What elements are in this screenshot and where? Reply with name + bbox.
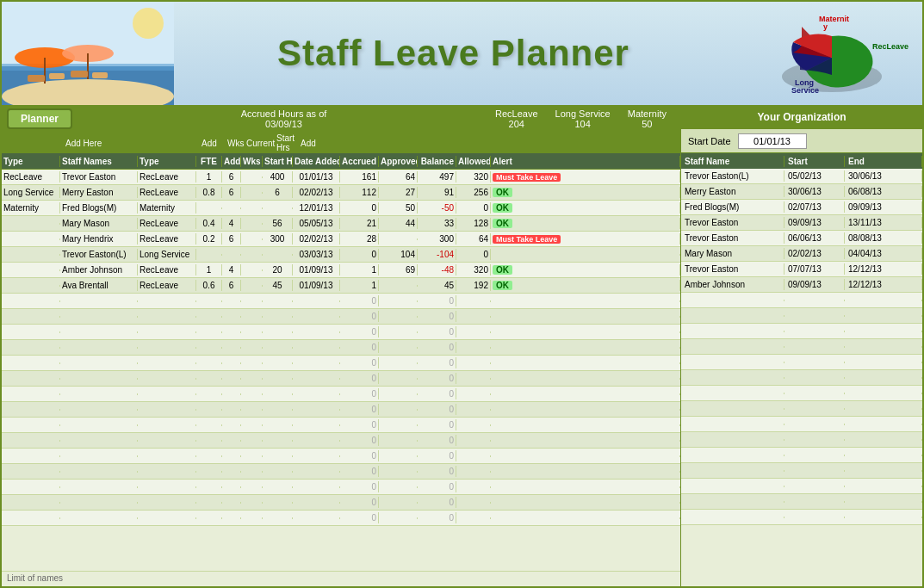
start-date-value[interactable]: 01/01/13 bbox=[738, 133, 807, 149]
table-row-empty: 0 0 bbox=[2, 325, 680, 340]
cell-start bbox=[263, 254, 293, 256]
right-cell-end: 30/06/13 bbox=[845, 170, 922, 182]
cell-accrued: 0 bbox=[340, 202, 379, 214]
right-cell-start: 02/07/13 bbox=[784, 201, 845, 213]
cell-balance: 300 bbox=[418, 233, 456, 244]
cell-start: 300 bbox=[263, 233, 293, 244]
cell-ltype: RecLeave bbox=[138, 233, 196, 244]
right-cell-name: Mary Mason bbox=[681, 248, 784, 259]
right-panel-title: Your Organization bbox=[681, 105, 922, 129]
add-date-label: Add bbox=[301, 139, 348, 148]
cell-name: Mary Hendrix bbox=[60, 233, 138, 244]
right-data: Trevor Easton(L) 05/02/13 30/06/13 Merry… bbox=[681, 169, 922, 586]
col-add1: Add bbox=[222, 156, 241, 167]
cell-fte bbox=[196, 254, 222, 256]
cell-fte: 0.6 bbox=[196, 280, 222, 291]
add-fte-label: Add bbox=[202, 139, 227, 148]
cell-approved: 44 bbox=[379, 218, 418, 229]
cell-type: Maternity bbox=[2, 202, 60, 214]
right-cell-start: 05/02/13 bbox=[784, 170, 845, 182]
cell-approved: 104 bbox=[379, 249, 418, 260]
cell-add1: 6 bbox=[222, 233, 241, 244]
longservice-value: 104 bbox=[574, 119, 590, 129]
col-staff-names: Staff Names bbox=[60, 156, 138, 167]
cell-ltype: RecLeave bbox=[138, 187, 196, 198]
svg-point-12 bbox=[133, 8, 164, 39]
main-content: Planner Accrued Hours as of 03/09/13 Rec… bbox=[2, 105, 922, 586]
cell-balance: -104 bbox=[418, 249, 456, 260]
cell-date: 03/03/13 bbox=[293, 249, 340, 260]
col-alert: Alert bbox=[491, 156, 680, 167]
right-cell-end: 06/08/13 bbox=[845, 186, 922, 197]
cell-type bbox=[2, 285, 60, 287]
right-cell-end: 09/09/13 bbox=[845, 201, 922, 213]
right-row-empty bbox=[681, 370, 922, 386]
col-allowed: Allowed bbox=[456, 156, 491, 167]
cell-approved bbox=[379, 285, 418, 287]
right-cell-name: Amber Johnson bbox=[681, 279, 784, 290]
cell-balance: 33 bbox=[418, 218, 456, 229]
right-row-empty bbox=[681, 339, 922, 355]
table-row-empty: 0 0 bbox=[2, 418, 680, 433]
left-panel: Planner Accrued Hours as of 03/09/13 Rec… bbox=[2, 105, 681, 586]
right-col-start: Start bbox=[784, 156, 845, 167]
toolbar-row: Planner Accrued Hours as of 03/09/13 Rec… bbox=[2, 105, 680, 133]
svg-text:Service: Service bbox=[791, 86, 819, 95]
cell-name: Ava Brentall bbox=[60, 280, 138, 291]
right-cell-start: 06/06/13 bbox=[784, 232, 845, 244]
cell-allowed: 0 bbox=[456, 249, 491, 260]
right-row-empty bbox=[681, 417, 922, 432]
table-row-empty: 0 0 bbox=[2, 495, 680, 511]
right-cell-name: Trevor Easton(L) bbox=[681, 170, 784, 182]
right-cell-end: 12/12/13 bbox=[845, 263, 922, 275]
right-col-end: End bbox=[845, 156, 922, 167]
cell-balance: 91 bbox=[418, 187, 456, 198]
table-row: Mary Mason RecLeave 0.4 4 56 05/05/13 21… bbox=[2, 216, 680, 232]
alert-badge: Must Take Leave bbox=[493, 173, 561, 182]
cell-accrued: 161 bbox=[340, 171, 379, 183]
right-cell-start: 02/02/13 bbox=[784, 248, 845, 259]
header: Staff Leave Planner bbox=[2, 2, 922, 105]
cell-wks bbox=[241, 254, 263, 256]
table-row-empty: 0 0 bbox=[2, 371, 680, 387]
right-row-empty bbox=[681, 494, 922, 510]
cell-ltype: RecLeave bbox=[138, 218, 196, 229]
cell-alert: Must Take Leave bbox=[491, 233, 680, 244]
cell-alert bbox=[491, 254, 680, 256]
cell-accrued: 1 bbox=[340, 264, 379, 275]
right-col-headers: Staff Name Start End bbox=[681, 153, 922, 169]
right-row: Trevor Easton 07/07/13 12/12/13 bbox=[681, 262, 922, 277]
right-row: Trevor Easton 09/09/13 13/11/13 bbox=[681, 215, 922, 231]
cell-add1 bbox=[222, 207, 241, 209]
right-cell-start: 07/07/13 bbox=[784, 263, 845, 275]
table-row: Long Service Merry Easton RecLeave 0.8 6… bbox=[2, 185, 680, 201]
cell-type bbox=[2, 238, 60, 240]
start-date-label: Start Date bbox=[688, 136, 731, 146]
cell-fte: 1 bbox=[196, 264, 222, 275]
cell-add1: 6 bbox=[222, 187, 241, 198]
cell-fte: 0.4 bbox=[196, 218, 222, 229]
right-row: Mary Mason 02/02/13 04/04/13 bbox=[681, 246, 922, 262]
cell-accrued: 1 bbox=[340, 280, 379, 291]
right-cell-name: Fred Blogs(M) bbox=[681, 201, 784, 213]
alert-badge: OK bbox=[493, 219, 512, 228]
footer-note: Limit of names bbox=[2, 571, 680, 586]
table-row: Trevor Easton(L) Long Service 03/03/13 0… bbox=[2, 247, 680, 263]
cell-fte: 1 bbox=[196, 171, 222, 183]
table-row-empty: 0 0 bbox=[2, 387, 680, 402]
right-row-empty bbox=[681, 308, 922, 324]
cell-type bbox=[2, 223, 60, 225]
right-col-staff: Staff Name bbox=[681, 156, 784, 167]
cell-ltype: RecLeave bbox=[138, 171, 196, 183]
table-row-empty: 0 0 bbox=[2, 449, 680, 464]
right-row-empty bbox=[681, 293, 922, 308]
cell-fte bbox=[196, 207, 222, 209]
cell-add1: 6 bbox=[222, 171, 241, 183]
planner-button[interactable]: Planner bbox=[7, 108, 72, 129]
right-row: Trevor Easton(L) 05/02/13 30/06/13 bbox=[681, 169, 922, 184]
data-table: RecLeave Trevor Easton RecLeave 1 6 400 … bbox=[2, 170, 680, 571]
svg-rect-8 bbox=[28, 75, 45, 82]
cell-type bbox=[2, 254, 60, 256]
table-row-empty: 0 0 bbox=[2, 294, 680, 309]
table-row-empty: 0 0 bbox=[2, 433, 680, 449]
